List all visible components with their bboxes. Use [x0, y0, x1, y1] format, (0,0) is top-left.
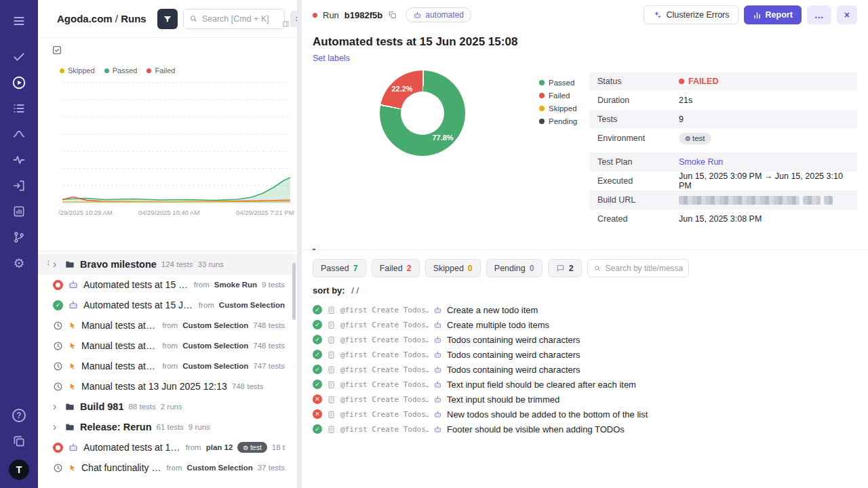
hamburger-menu-icon[interactable]: [6, 12, 32, 30]
resize-cursor-icon[interactable]: ↕: [46, 257, 51, 267]
test-plan-link[interactable]: Smoke Run: [679, 157, 723, 167]
reports-icon[interactable]: [6, 202, 32, 221]
status-filter-button[interactable]: Failed2: [372, 259, 420, 277]
detail-row: Duration 21s 21s 21s 21s: [589, 91, 857, 110]
test-title: Create multiple todo items: [447, 320, 549, 330]
detail-label: Status: [597, 77, 679, 86]
copy-icon[interactable]: [388, 10, 397, 20]
test-row[interactable]: ✓ ✕ @first Create Todos… Create multiple…: [302, 317, 868, 332]
report-button[interactable]: Report: [744, 5, 802, 24]
run-tree-item[interactable]: › ✓ Automated tests at 15 Jun 2025 15:01…: [38, 295, 297, 315]
runs-search-input[interactable]: [202, 14, 279, 24]
run-title: Release: Rerun: [80, 422, 152, 432]
legend-dot: [146, 68, 151, 73]
comments-filter-button[interactable]: 2: [548, 259, 582, 277]
more-actions-button[interactable]: …: [807, 5, 831, 24]
comment-bubble-icon: [556, 264, 565, 272]
clusterize-errors-button[interactable]: Clusterize Errors: [644, 5, 738, 24]
test-row[interactable]: ✓ ✕ @first Create Todos… Create a new to…: [302, 302, 868, 317]
run-detail-tabs: [302, 239, 868, 250]
test-suite-prefix: @first Create Todos…: [340, 336, 429, 344]
run-tree-item[interactable]: › ✓ Chat functinality test Copy from Cus…: [38, 458, 297, 478]
test-suite-prefix: @first Create Todos…: [340, 395, 429, 404]
run-tree-item[interactable]: › ✓ Manual tests at 13 Jun 2025 12:17 fr…: [38, 315, 297, 336]
donut-legend-item: Failed: [539, 92, 577, 100]
close-run-button[interactable]: ×: [837, 5, 857, 24]
status-filter-button[interactable]: Passed7: [313, 259, 366, 277]
test-row[interactable]: ✓ ✕ @first Create Todos… Footer should b…: [302, 422, 868, 436]
select-all-checkbox-icon[interactable]: [52, 45, 62, 56]
analytics-wave-icon[interactable]: [6, 125, 32, 144]
chevron-right-icon[interactable]: ›: [53, 422, 60, 432]
test-passed-icon: ✓: [313, 380, 322, 389]
run-from-label: from: [186, 443, 201, 451]
test-row[interactable]: ✓ ✕ @first Create Todos… New todos shoul…: [302, 407, 868, 422]
runs-tree: ↕ › ✓ Bravo milestone 124 tests 33 runs …: [38, 251, 297, 478]
results-donut-block: 22.2% 77.8% PassedFailedSkippedPending: [313, 70, 589, 225]
runs-panel-header: Agoda.com / Runs ×: [38, 0, 297, 38]
test-row[interactable]: ✓ ✕ @first Create Todos… Text input shou…: [302, 392, 868, 407]
test-suite-prefix: @first Create Todos…: [340, 365, 429, 374]
run-tree-item[interactable]: › ✓ Automated tests at 15 Jun 2025 15:08…: [38, 274, 297, 295]
tasks-icon[interactable]: [6, 47, 32, 66]
test-title: Todos containing weird characters: [447, 350, 580, 360]
run-from-label: from: [162, 321, 178, 329]
tests-list: ✓ ✕ @first Create Todos… Create a new to…: [302, 302, 868, 436]
suites-icon[interactable]: [6, 99, 32, 118]
app-logo[interactable]: T: [9, 460, 29, 480]
run-detail-tab[interactable]: [313, 239, 315, 249]
run-meta-tests: 748 tests: [232, 382, 264, 390]
robot-icon: [433, 410, 442, 419]
dock-panel-icon[interactable]: [282, 20, 290, 28]
project-name[interactable]: Agoda.com: [57, 13, 113, 24]
filter-button[interactable]: [157, 9, 178, 29]
run-source: Custom Selection: [187, 464, 253, 472]
donut-legend: PassedFailedSkippedPending: [539, 79, 577, 125]
status-filter-button[interactable]: Skipped0: [425, 259, 481, 277]
test-row[interactable]: ✓ ✕ @first Create Todos… Todos containin…: [302, 332, 868, 347]
run-detail-tab[interactable]: [351, 239, 353, 249]
set-labels-link[interactable]: Set labels: [313, 54, 350, 63]
run-tree-item[interactable]: › ✓ Release: Rerun 61 tests 9 runs: [38, 417, 297, 437]
import-icon[interactable]: [6, 176, 32, 195]
run-tree-item[interactable]: › ✓ Build 981 88 tests 2 runs: [38, 396, 297, 417]
test-row[interactable]: ✓ ✕ @first Create Todos… Text input fiel…: [302, 377, 868, 392]
projects-icon[interactable]: [6, 432, 32, 451]
settings-gear-icon[interactable]: ⚙: [6, 253, 32, 272]
automated-badge-label: automated: [425, 10, 464, 20]
tests-search: [587, 259, 689, 277]
detail-row: Tests 9 9 9 9: [589, 110, 857, 129]
help-icon[interactable]: ?: [6, 406, 32, 425]
run-detail-tab[interactable]: [332, 239, 334, 249]
sort-option[interactable]: [357, 285, 359, 296]
sort-label: sort by:: [313, 285, 345, 296]
automated-badge[interactable]: automated: [406, 7, 471, 22]
close-panel-button[interactable]: ×: [290, 11, 297, 27]
run-tree-item[interactable]: › ✓ Manual tests at 13 Jun 2025 12:13 74…: [38, 376, 297, 396]
chevron-right-icon[interactable]: ›: [53, 259, 60, 270]
status-filter-button[interactable]: Pending0: [486, 259, 542, 277]
run-tree-item[interactable]: › ✓ Automated tests at 15 May 2025 12:32…: [38, 437, 297, 458]
detail-label: Duration: [597, 96, 679, 105]
tests-search-input[interactable]: [606, 264, 683, 273]
run-tree-item[interactable]: › ✓ Manual tests at 13 Jun 2025 12:16 fr…: [38, 336, 297, 356]
detail-value: 21s: [679, 96, 692, 105]
pulse-icon[interactable]: [6, 150, 32, 169]
clock-icon: [53, 382, 63, 392]
test-row[interactable]: ✓ ✕ @first Create Todos… Todos containin…: [302, 362, 868, 377]
search-icon: [189, 14, 198, 23]
run-details-table: Status FAILED FAILED FAILED FAILED Durat…: [589, 72, 857, 228]
sort-option[interactable]: [349, 285, 357, 296]
run-meta-tests: 37 tests: [258, 464, 285, 472]
test-row[interactable]: ✓ ✕ @first Create Todos… Todos containin…: [302, 347, 868, 362]
branches-icon[interactable]: [6, 228, 32, 247]
chevron-right-icon[interactable]: ›: [53, 401, 60, 412]
runs-icon[interactable]: [6, 73, 32, 92]
run-meta-tests: 124 tests: [161, 260, 193, 268]
detail-row: Executed Jun 15, 2025 3:09 PM → Jun 15, …: [589, 171, 857, 190]
scrollbar-thumb[interactable]: [292, 263, 296, 320]
run-tree-item[interactable]: › ✓ Manual tests at 13 Jun 2025 12:13 fr…: [38, 356, 297, 376]
test-passed-icon: ✓: [313, 424, 322, 434]
status-failed-icon: [53, 280, 63, 290]
run-tree-item[interactable]: › ✓ Bravo milestone 124 tests 33 runs: [38, 254, 297, 274]
